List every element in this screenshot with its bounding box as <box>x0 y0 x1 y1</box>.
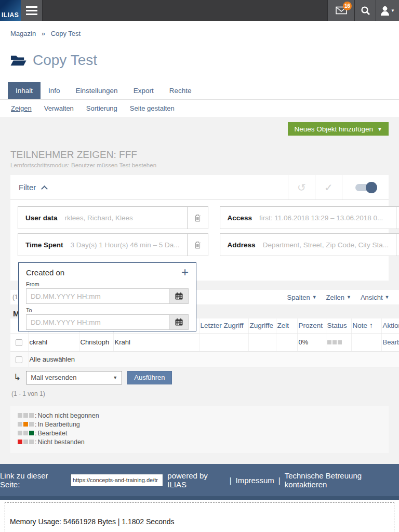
trash-button[interactable] <box>187 207 208 229</box>
tab-einstellungen[interactable]: Einstellungen <box>68 82 126 99</box>
header-zugriffe[interactable]: Zugriffe <box>248 318 276 333</box>
subtab-sortierung[interactable]: Sortierung <box>86 104 117 112</box>
folder-icon <box>10 54 26 66</box>
search-button[interactable] <box>354 0 376 21</box>
from-label: From <box>26 281 189 287</box>
tab-export[interactable]: Export <box>126 82 162 99</box>
bulk-action-select[interactable]: Mail versenden ▼ <box>26 371 122 384</box>
tab-info[interactable]: Info <box>41 82 68 99</box>
filter-field-address: Address Department, Street, Zip Code, Ci… <box>220 233 399 256</box>
trash-button[interactable] <box>187 234 208 256</box>
chevron-down-icon: ▼ <box>113 375 117 380</box>
columns-menu-button[interactable]: Spalten▼ <box>287 294 317 301</box>
header-letzter-zugriff[interactable]: Letzter Zugriff <box>199 318 248 333</box>
chevron-down-icon: ▼ <box>391 8 395 13</box>
trash-button[interactable] <box>396 234 399 256</box>
to-label: To <box>26 307 189 313</box>
trash-icon <box>194 214 201 222</box>
add-new-object-button[interactable]: Neues Objekt hinzufügen ▼ <box>288 122 389 136</box>
top-bar: ILIAS 16 ▼ <box>0 0 399 21</box>
header-zeit[interactable]: Zeit <box>276 318 297 333</box>
from-calendar-button[interactable] <box>169 288 189 304</box>
permalink-label: Link zu dieser Seite: <box>0 471 66 489</box>
pagination-info-bottom: (1 - 1 von 1) <box>10 390 399 397</box>
status-squares-icon <box>18 422 34 427</box>
sort-asc-icon: ↑ <box>369 322 373 329</box>
trash-button[interactable] <box>396 207 399 229</box>
status-squares-icon <box>18 440 34 444</box>
view-menu-button[interactable]: Ansicht▼ <box>361 294 390 301</box>
content-area: Neues Objekt hinzufügen ▼ TEILNEHMER ZEI… <box>0 117 399 464</box>
support-contact-link[interactable]: Technische Betreuung kontaktieren <box>285 471 399 489</box>
to-calendar-button[interactable] <box>169 314 189 330</box>
legend-item: : In Bearbeitung <box>18 421 381 428</box>
add-filter-button[interactable]: + <box>181 268 189 277</box>
bulk-action-arrow-icon: ↳ <box>14 372 21 383</box>
impressum-link[interactable]: Impressum <box>236 476 274 485</box>
row-action-link[interactable]: Bearbeiten <box>383 338 399 346</box>
hamburger-icon <box>26 6 37 8</box>
breadcrumb: Magazin » Copy Test <box>10 30 389 37</box>
chevron-down-icon: ▼ <box>385 295 390 300</box>
from-date-input[interactable] <box>26 288 169 304</box>
subtab-seite-gestalten[interactable]: Seite gestalten <box>130 104 175 112</box>
permalink-input[interactable] <box>70 474 163 486</box>
header-aktionen[interactable]: Aktionen <box>381 318 399 333</box>
check-icon: ✓ <box>324 181 333 194</box>
mail-badge: 16 <box>343 2 352 10</box>
filter-collapse-button[interactable]: Filter <box>10 175 55 200</box>
tab-rechte[interactable]: Rechte <box>162 82 200 99</box>
ilias-logo[interactable]: ILIAS <box>0 0 21 21</box>
page-head: Magazin » Copy Test Copy Test <box>0 21 399 82</box>
debug-area: Memory Usage: 54661928 Bytes | 1.1802 Se… <box>0 500 399 532</box>
subtab-zeigen[interactable]: Zeigen <box>11 104 32 112</box>
breadcrumb-separator: » <box>42 30 45 37</box>
created-on-popup: Created on + From To <box>18 262 196 331</box>
legend-item: : Nicht bestanden <box>18 438 381 446</box>
cell-percent: 0% <box>297 333 326 351</box>
cell-lastname: Krahl <box>113 333 199 351</box>
status-squares-icon <box>18 413 34 418</box>
chevron-down-icon: ▼ <box>377 126 382 132</box>
user-icon <box>380 6 390 16</box>
chevron-down-icon: ▼ <box>347 295 351 300</box>
status-legend: : Noch nicht begonnen : In Bearbeitung :… <box>10 406 389 453</box>
header-note[interactable]: Note↑ <box>351 318 381 333</box>
search-icon <box>361 6 370 16</box>
chevron-up-icon <box>41 185 48 192</box>
footer-strip <box>0 496 399 500</box>
breadcrumb-link-copy-test[interactable]: Copy Test <box>51 30 81 37</box>
filter-apply-button[interactable]: ✓ <box>315 175 342 200</box>
filter-reset-button[interactable]: ↺ <box>288 175 315 200</box>
filter-toggle-switch[interactable] <box>355 183 376 192</box>
row-checkbox[interactable] <box>16 339 22 346</box>
section-heading: TEILNEHMER ZEIGEN: FFF <box>10 149 389 161</box>
select-all-checkbox[interactable] <box>16 356 22 363</box>
topbar-spacer <box>43 0 327 21</box>
header-status[interactable]: Status <box>326 318 351 333</box>
tab-bar: Inhalt Info Einstellungen Export Rechte <box>0 82 399 100</box>
powered-by: powered by ILIAS <box>167 471 225 489</box>
select-all-label: Alle auswählen <box>28 351 399 367</box>
status-squares-icon <box>18 431 34 435</box>
subtab-verwalten[interactable]: Verwalten <box>44 104 74 112</box>
user-menu-button[interactable]: ▼ <box>376 0 399 21</box>
mail-button[interactable]: 16 <box>327 0 354 21</box>
calendar-icon <box>175 292 183 300</box>
filter-field-time-spent: Time Spent 3 Day(s) 1 Hour(s) 46 min – 5… <box>18 233 208 256</box>
breadcrumb-link-magazin[interactable]: Magazin <box>10 30 36 37</box>
calendar-icon <box>175 318 183 326</box>
debug-box: Memory Usage: 54661928 Bytes | 1.1802 Se… <box>5 502 394 532</box>
hamburger-menu-button[interactable] <box>21 0 43 21</box>
cell-login: ckrahl <box>28 333 79 351</box>
legend-item: : Bearbeitet <box>18 430 381 437</box>
cell-firstname: Christoph <box>79 333 113 351</box>
rows-menu-button[interactable]: Zeilen▼ <box>326 294 351 301</box>
header-prozent[interactable]: Prozent <box>297 318 326 333</box>
tab-inhalt[interactable]: Inhalt <box>8 82 41 99</box>
legend-item: : Noch nicht begonnen <box>18 412 381 419</box>
filter-field-access: Access first: 11.06.2018 13:29 – 13.06.2… <box>220 206 399 229</box>
execute-button[interactable]: Ausführen <box>127 371 171 384</box>
to-date-input[interactable] <box>26 314 169 330</box>
filter-field-user-data: User data rklees, Richard, Klees <box>18 206 208 229</box>
